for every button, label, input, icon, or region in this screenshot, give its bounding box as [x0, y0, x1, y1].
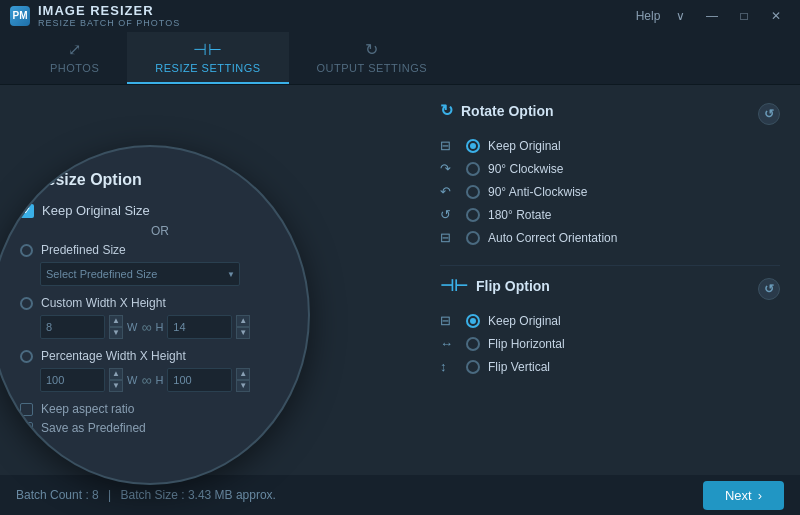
rotate-180[interactable]: ↺ 180° Rotate [440, 203, 780, 226]
rotate-option-section: ↻ Rotate Option ↺ ⊟ Keep Original ↷ 90° … [440, 101, 780, 249]
percentage-height-down[interactable]: ▼ [236, 380, 250, 392]
flip-icon: ⊣⊢ [440, 276, 468, 295]
predefined-radio[interactable] [20, 244, 33, 257]
save-as-predefined-checkbox[interactable] [20, 422, 33, 435]
photos-tab-icon: ⤢ [68, 40, 82, 59]
flip-vertical[interactable]: ↕ Flip Vertical [440, 355, 780, 378]
custom-width-up[interactable]: ▲ [109, 315, 123, 327]
keep-aspect-ratio-row[interactable]: Keep aspect ratio [20, 402, 280, 416]
app-name: IMAGE RESIZER [38, 3, 180, 19]
flip-horizontal-icon: ↔ [440, 336, 458, 351]
custom-h-label: H [155, 321, 163, 333]
next-button[interactable]: Next › [703, 481, 784, 510]
rotate-keep-radio[interactable] [466, 139, 480, 153]
rotate-auto-icon: ⊟ [440, 230, 458, 245]
predefined-size-option[interactable]: Predefined Size [20, 243, 280, 257]
custom-wh-option[interactable]: Custom Width X Height [20, 296, 280, 310]
save-as-predefined-row[interactable]: Save as Predefined [20, 421, 280, 435]
custom-wh-label: Custom Width X Height [41, 296, 166, 310]
flip-option-section: ⊣⊢ Flip Option ↺ ⊟ Keep Original ↔ Flip … [440, 276, 780, 378]
flip-vertical-icon: ↕ [440, 359, 458, 374]
tab-output-settings[interactable]: ↻ OUTPUT SETTINGS [289, 32, 456, 84]
rotate-auto-label: Auto Correct Orientation [488, 231, 617, 245]
section-divider [440, 265, 780, 266]
titlebar-dropdown[interactable]: ∨ [666, 5, 694, 27]
tab-resize-label: RESIZE SETTINGS [155, 62, 260, 74]
predefined-size-select[interactable]: Select Predefined Size [40, 262, 240, 286]
rotate-90cw-radio[interactable] [466, 162, 480, 176]
rotate-option-title: ↻ Rotate Option ↺ [440, 101, 780, 120]
flip-keep-original[interactable]: ⊟ Keep Original [440, 309, 780, 332]
rotate-keep-icon: ⊟ [440, 138, 458, 153]
tab-photos[interactable]: ⤢ PHOTOS [10, 32, 127, 84]
rotate-180-icon: ↺ [440, 207, 458, 222]
percentage-w-label: W [127, 374, 137, 386]
statusbar-info: Batch Count : 8 | Batch Size : 3.43 MB a… [16, 488, 276, 502]
close-button[interactable]: ✕ [762, 5, 790, 27]
custom-wh-inputs: ▲ ▼ W ∞ H ▲ ▼ [40, 315, 280, 339]
custom-w-label: W [127, 321, 137, 333]
resize-tab-icon: ⊣⊢ [193, 40, 222, 59]
titlebar-left: PM IMAGE RESIZER RESIZE BATCH OF PHOTOS [10, 3, 180, 29]
rotate-auto[interactable]: ⊟ Auto Correct Orientation [440, 226, 780, 249]
predefined-select-container: Select Predefined Size [40, 262, 240, 286]
rotate-180-label: 180° Rotate [488, 208, 552, 222]
percentage-height-up[interactable]: ▲ [236, 368, 250, 380]
resize-option-label: Resize Option [35, 171, 142, 189]
link-icon: ∞ [141, 319, 151, 335]
rotate-90cw-icon: ↷ [440, 161, 458, 176]
rotate-reset-button[interactable]: ↺ [758, 103, 780, 125]
predefined-size-label: Predefined Size [41, 243, 126, 257]
flip-vertical-label: Flip Vertical [488, 360, 550, 374]
or-label: OR [20, 224, 280, 238]
keep-original-checkbox[interactable]: ✓ Keep Original Size [20, 203, 280, 218]
rotate-90ccw-radio[interactable] [466, 185, 480, 199]
rotate-90cw[interactable]: ↷ 90° Clockwise [440, 157, 780, 180]
percentage-height-input[interactable] [167, 368, 232, 392]
tab-resize-settings[interactable]: ⊣⊢ RESIZE SETTINGS [127, 32, 288, 84]
custom-height-down[interactable]: ▼ [236, 327, 250, 339]
rotate-90ccw-label: 90° Anti-Clockwise [488, 185, 588, 199]
titlebar: PM IMAGE RESIZER RESIZE BATCH OF PHOTOS … [0, 0, 800, 32]
rotate-icon: ↻ [440, 101, 453, 120]
keep-aspect-ratio-checkbox[interactable] [20, 403, 33, 416]
rotate-180-radio[interactable] [466, 208, 480, 222]
percentage-height-spinner[interactable]: ▲ ▼ [236, 368, 250, 392]
custom-height-input[interactable] [167, 315, 232, 339]
flip-horizontal-radio[interactable] [466, 337, 480, 351]
flip-keep-radio[interactable] [466, 314, 480, 328]
flip-option-title: ⊣⊢ Flip Option ↺ [440, 276, 780, 295]
custom-height-spinner[interactable]: ▲ ▼ [236, 315, 250, 339]
flip-horizontal-label: Flip Horizontal [488, 337, 565, 351]
flip-horizontal[interactable]: ↔ Flip Horizontal [440, 332, 780, 355]
save-as-predefined-label: Save as Predefined [41, 421, 146, 435]
percentage-wh-option[interactable]: Percentage Width X Height [20, 349, 280, 363]
percentage-wh-inputs: ▲ ▼ W ∞ H ▲ ▼ [40, 368, 280, 392]
rotate-auto-radio[interactable] [466, 231, 480, 245]
keep-original-label: Keep Original Size [42, 203, 150, 218]
custom-height-up[interactable]: ▲ [236, 315, 250, 327]
rotate-keep-original[interactable]: ⊟ Keep Original [440, 134, 780, 157]
flip-vertical-radio[interactable] [466, 360, 480, 374]
percentage-width-up[interactable]: ▲ [109, 368, 123, 380]
predefined-select-wrap: Select Predefined Size [40, 262, 280, 286]
percentage-width-input[interactable] [40, 368, 105, 392]
rotate-90ccw-icon: ↶ [440, 184, 458, 199]
tab-output-label: OUTPUT SETTINGS [317, 62, 428, 74]
right-panel: ↻ Rotate Option ↺ ⊟ Keep Original ↷ 90° … [420, 85, 800, 478]
help-button[interactable]: Help [634, 5, 662, 27]
maximize-button[interactable]: □ [730, 5, 758, 27]
percentage-width-down[interactable]: ▼ [109, 380, 123, 392]
resize-option-panel: ◂ Resize Option ✓ Keep Original Size OR … [0, 145, 310, 485]
percentage-width-spinner[interactable]: ▲ ▼ [109, 368, 123, 392]
tab-photos-label: PHOTOS [50, 62, 99, 74]
percentage-wh-radio[interactable] [20, 350, 33, 363]
custom-width-down[interactable]: ▼ [109, 327, 123, 339]
custom-wh-radio[interactable] [20, 297, 33, 310]
rotate-90ccw[interactable]: ↶ 90° Anti-Clockwise [440, 180, 780, 203]
minimize-button[interactable]: — [698, 5, 726, 27]
custom-width-spinner[interactable]: ▲ ▼ [109, 315, 123, 339]
custom-width-input[interactable] [40, 315, 105, 339]
flip-reset-button[interactable]: ↺ [758, 278, 780, 300]
flip-title-label: Flip Option [476, 278, 550, 294]
